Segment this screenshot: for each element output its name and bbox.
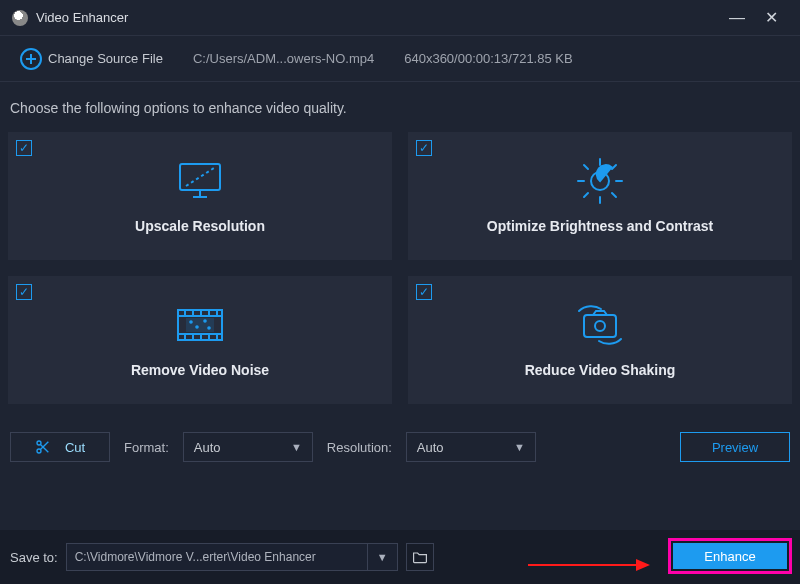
enhance-label: Enhance (704, 549, 755, 564)
titlebar: Video Enhancer — ✕ (0, 0, 800, 36)
svg-point-29 (204, 320, 206, 322)
option-cards: ✓ Upscale Resolution ✓ (8, 132, 792, 404)
save-to-label: Save to: (10, 550, 58, 565)
checkbox-icon[interactable]: ✓ (416, 140, 432, 156)
app-title: Video Enhancer (36, 10, 128, 25)
source-path: C:/Users/ADM...owers-NO.mp4 (193, 51, 374, 66)
card-label: Reduce Video Shaking (525, 362, 676, 378)
change-source-button[interactable]: Change Source File (20, 48, 163, 70)
svg-point-28 (196, 326, 198, 328)
svg-rect-0 (180, 164, 220, 190)
open-folder-button[interactable] (406, 543, 434, 571)
controls-row: Cut Format: Auto ▼ Resolution: Auto ▼ Pr… (8, 432, 792, 462)
chevron-down-icon: ▼ (291, 441, 302, 453)
checkbox-icon[interactable]: ✓ (16, 140, 32, 156)
card-label: Remove Video Noise (131, 362, 269, 378)
preview-label: Preview (712, 440, 758, 455)
checkbox-icon[interactable]: ✓ (416, 284, 432, 300)
svg-line-9 (584, 165, 588, 169)
svg-point-33 (37, 441, 41, 445)
svg-point-30 (208, 327, 210, 329)
card-label: Optimize Brightness and Contrast (487, 218, 713, 234)
scissors-icon (35, 439, 51, 455)
card-remove-noise[interactable]: ✓ Remove Video Noise (8, 276, 392, 404)
resolution-value: Auto (417, 440, 444, 455)
svg-rect-31 (584, 315, 616, 337)
footer: Save to: C:\Vidmore\Vidmore V...erter\Vi… (0, 530, 800, 584)
format-label: Format: (124, 440, 169, 455)
plus-icon (20, 48, 42, 70)
card-upscale-resolution[interactable]: ✓ Upscale Resolution (8, 132, 392, 260)
cut-label: Cut (65, 440, 85, 455)
save-path-box: C:\Vidmore\Vidmore V...erter\Video Enhan… (66, 543, 398, 571)
format-value: Auto (194, 440, 221, 455)
cut-button[interactable]: Cut (10, 432, 110, 462)
svg-line-11 (612, 165, 616, 169)
card-label: Upscale Resolution (135, 218, 265, 234)
svg-line-10 (612, 193, 616, 197)
svg-line-12 (584, 193, 588, 197)
source-meta: 640x360/00:00:13/721.85 KB (404, 51, 572, 66)
svg-point-34 (37, 449, 41, 453)
source-bar: Change Source File C:/Users/ADM...owers-… (0, 36, 800, 82)
camera-shake-icon (571, 302, 629, 348)
svg-point-27 (190, 321, 192, 323)
change-source-label: Change Source File (48, 51, 163, 66)
resolution-select[interactable]: Auto ▼ (406, 432, 536, 462)
app-logo-icon (12, 10, 28, 26)
card-optimize-brightness[interactable]: ✓ Optimize Brightness and Contrast (408, 132, 792, 260)
preview-button[interactable]: Preview (680, 432, 790, 462)
annotation-highlight: Enhance (668, 538, 792, 574)
chevron-down-icon: ▼ (514, 441, 525, 453)
enhance-button[interactable]: Enhance (673, 543, 787, 569)
annotation-arrow-icon (528, 564, 648, 566)
film-icon (175, 302, 225, 348)
format-select[interactable]: Auto ▼ (183, 432, 313, 462)
svg-point-32 (595, 321, 605, 331)
monitor-icon (176, 158, 224, 204)
checkbox-icon[interactable]: ✓ (16, 284, 32, 300)
close-button[interactable]: ✕ (754, 8, 788, 27)
resolution-label: Resolution: (327, 440, 392, 455)
svg-line-1 (186, 168, 214, 186)
card-reduce-shaking[interactable]: ✓ Reduce Video Shaking (408, 276, 792, 404)
save-path-dropdown[interactable]: ▼ (367, 544, 397, 570)
save-path: C:\Vidmore\Vidmore V...erter\Video Enhan… (67, 550, 367, 564)
sun-icon (575, 158, 625, 204)
folder-icon (412, 550, 428, 564)
hint-text: Choose the following options to enhance … (10, 100, 792, 116)
minimize-button[interactable]: — (720, 9, 754, 27)
